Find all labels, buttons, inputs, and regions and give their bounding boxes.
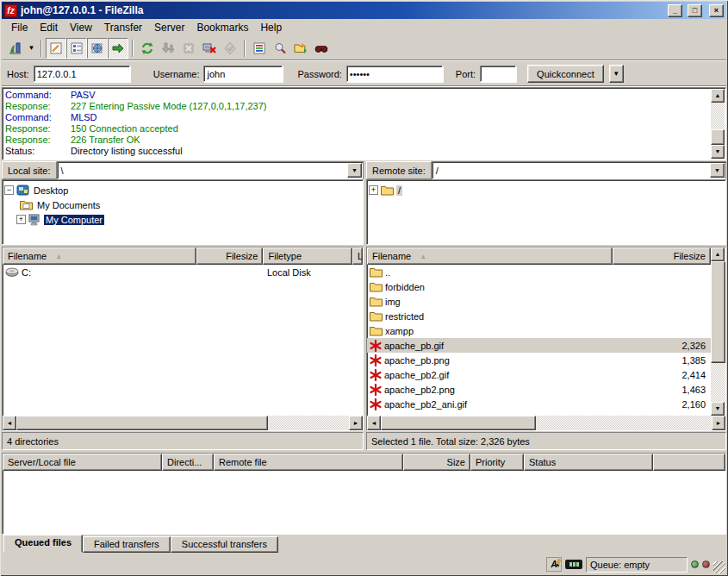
tab-failed-transfers[interactable]: Failed transfers — [83, 536, 171, 553]
password-input[interactable] — [346, 66, 443, 82]
expand-icon[interactable]: + — [16, 215, 26, 224]
directory-comparison-button[interactable] — [290, 38, 311, 59]
message-log[interactable]: Command:PASV Response:227 Entering Passi… — [2, 87, 726, 160]
tree-item-my-computer[interactable]: + My Computer — [4, 212, 361, 227]
local-site-combobox[interactable]: \ ▼ — [57, 161, 364, 179]
column-header-filename[interactable]: Filename ▲ — [367, 247, 613, 265]
image-file-icon — [370, 398, 382, 410]
toggle-message-log-button[interactable] — [46, 38, 66, 59]
reconnect-icon — [223, 41, 237, 55]
close-button[interactable]: × — [709, 4, 724, 17]
column-header-filetype[interactable]: Filetype — [263, 247, 352, 265]
menu-bookmarks[interactable]: Bookmarks — [190, 20, 254, 35]
maximize-button[interactable]: □ — [688, 4, 702, 17]
quickconnect-dropdown[interactable]: ▼ — [609, 65, 624, 83]
collapse-icon[interactable]: − — [4, 185, 14, 195]
file-row-c-drive[interactable]: C: Local Disk — [3, 265, 363, 279]
quickconnect-button[interactable]: Quickconnect — [527, 65, 604, 83]
refresh-button[interactable] — [137, 38, 158, 59]
reconnect-button[interactable] — [220, 38, 240, 59]
remote-list-body[interactable]: .. forbidden img — [367, 265, 711, 416]
tab-successful-transfers[interactable]: Successful transfers — [171, 536, 278, 553]
log-scrollbar[interactable]: ▲ ▼ — [711, 89, 725, 159]
scroll-left-icon[interactable]: ◄ — [3, 416, 16, 430]
toggle-transfer-queue-button[interactable] — [108, 38, 128, 59]
log-line: Command:MLSD — [5, 112, 725, 123]
find-files-button[interactable] — [270, 38, 290, 59]
site-manager-dropdown[interactable]: ▼ — [26, 38, 37, 59]
scroll-up-icon[interactable]: ▲ — [711, 247, 725, 261]
remote-vertical-scrollbar[interactable]: ▲ ▼ — [711, 247, 725, 416]
host-input[interactable] — [34, 66, 130, 82]
file-row[interactable]: .. — [367, 265, 711, 279]
filezilla-window: fz john@127.0.0.1 - FileZilla _ □ × File… — [0, 0, 728, 576]
menu-file[interactable]: File — [5, 20, 34, 35]
local-tree[interactable]: − Desktop My Documents + — [2, 179, 364, 245]
menu-help[interactable]: Help — [254, 20, 288, 35]
tab-queued-files[interactable]: Queued files — [3, 535, 83, 553]
menu-server[interactable]: Server — [148, 20, 190, 35]
title-bar[interactable]: fz john@127.0.0.1 - FileZilla _ □ × — [2, 2, 726, 19]
remote-tree[interactable]: + / — [366, 179, 726, 245]
file-row-selected[interactable]: apache_pb.gif 2,326 — [367, 338, 711, 353]
menu-view[interactable]: View — [64, 20, 98, 35]
resize-grip[interactable] — [713, 561, 725, 573]
chevron-down-icon[interactable]: ▼ — [710, 163, 725, 178]
sort-ascending-icon: ▲ — [55, 253, 62, 260]
scrollbar-thumb[interactable] — [711, 261, 725, 363]
menu-transfer[interactable]: Transfer — [98, 20, 148, 35]
file-row[interactable]: apache_pb2_ani.gif 2,160 — [367, 397, 711, 411]
file-row[interactable]: apache_pb.png 1,385 — [367, 353, 711, 367]
tree-item-desktop[interactable]: − Desktop — [4, 183, 361, 197]
activity-led-green-icon — [691, 560, 699, 568]
remote-horizontal-scrollbar[interactable]: ◄ ► — [367, 416, 725, 430]
cancel-button[interactable] — [178, 38, 199, 59]
site-manager-button[interactable] — [5, 38, 26, 59]
file-row[interactable]: apache_pb2.gif 2,414 — [367, 367, 711, 382]
column-header-filename[interactable]: Filename ▲ — [3, 247, 196, 265]
filter-button[interactable] — [311, 38, 332, 59]
menu-edit[interactable]: Edit — [34, 20, 64, 35]
scroll-left-icon[interactable]: ◄ — [367, 416, 381, 430]
minimize-button[interactable]: _ — [668, 4, 682, 17]
scroll-up-icon[interactable]: ▲ — [711, 89, 725, 103]
data-type-indicator-icon[interactable]: A — [546, 557, 562, 572]
scroll-down-icon[interactable]: ▼ — [711, 145, 725, 159]
file-row[interactable]: apache_pb2.png 1,463 — [367, 382, 711, 397]
column-header-direction[interactable]: Directi... — [162, 454, 214, 471]
port-input[interactable] — [480, 66, 516, 82]
toggle-local-treeview-button[interactable] — [66, 38, 87, 59]
file-row[interactable]: forbidden — [367, 279, 711, 294]
chevron-down-icon[interactable]: ▼ — [347, 163, 362, 178]
column-header-filesize[interactable]: Filesize — [613, 247, 711, 265]
local-list-body[interactable]: C: Local Disk — [3, 265, 363, 416]
speed-limits-indicator-icon[interactable] — [565, 560, 582, 569]
disconnect-button[interactable] — [199, 38, 220, 59]
scroll-right-icon[interactable]: ► — [712, 416, 725, 430]
file-row[interactable]: xampp — [367, 323, 711, 338]
process-queue-button[interactable] — [158, 38, 178, 59]
scrollbar-thumb[interactable] — [711, 129, 725, 145]
remote-site-combobox[interactable]: / ▼ — [432, 161, 726, 179]
expand-icon[interactable]: + — [369, 185, 378, 195]
tree-item-root[interactable]: + / — [369, 183, 724, 197]
column-header-last-modified[interactable]: L — [352, 247, 363, 265]
scroll-down-icon[interactable]: ▼ — [711, 402, 725, 416]
column-header-status[interactable]: Status — [524, 454, 653, 471]
column-header-server-local-file[interactable]: Server/Local file — [3, 454, 162, 471]
file-row[interactable]: restricted — [367, 309, 711, 323]
toggle-remote-treeview-button[interactable] — [87, 38, 108, 59]
username-input[interactable] — [203, 66, 283, 82]
column-header-size[interactable]: Size — [403, 454, 470, 471]
queue-body[interactable] — [3, 471, 725, 534]
scrollbar-thumb[interactable] — [381, 416, 536, 430]
column-header-priority[interactable]: Priority — [470, 454, 524, 471]
file-row[interactable]: img — [367, 294, 711, 309]
column-header-filesize[interactable]: Filesize — [196, 247, 264, 265]
local-horizontal-scrollbar[interactable]: ◄ ► — [3, 416, 363, 430]
scrollbar-thumb[interactable] — [16, 416, 268, 430]
scroll-right-icon[interactable]: ► — [349, 416, 363, 430]
tree-item-my-documents[interactable]: My Documents — [4, 197, 361, 212]
column-header-remote-file[interactable]: Remote file — [214, 454, 403, 471]
open-queue-view-button[interactable] — [249, 38, 270, 59]
